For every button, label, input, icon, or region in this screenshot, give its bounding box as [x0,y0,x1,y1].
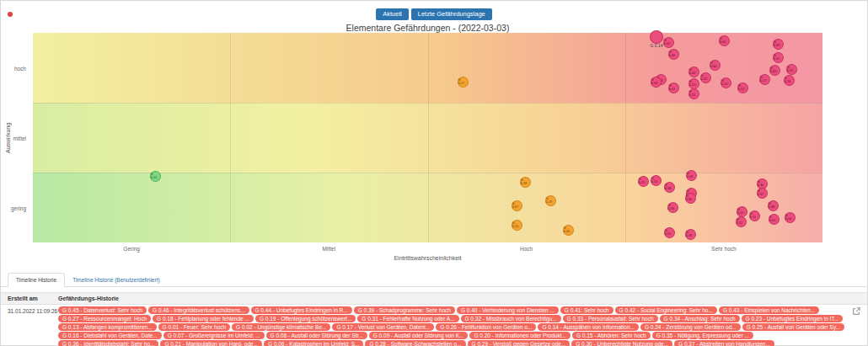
created-at-cell: 31.01.2022 11:09:26 [1,306,58,346]
hazard-badge: G 0.45 - Datenverlust: Sehr hoch [58,306,147,314]
app-window: Aktuell Letzte Gefährdungslage Elementar… [0,0,868,346]
hazard-badge: G 0.37 - Abstreiten von Handlungen... [674,340,774,346]
chart-point[interactable]: G 0.32 [700,72,711,83]
gridline-vertical [625,33,626,242]
chart-point[interactable]: G 0.16 [651,175,662,186]
hazard-badge: G 0.31 - Fehlerhafte Nutzung oder A... [357,315,458,322]
toolbar: Aktuell Letzte Gefährdungslage [1,8,867,20]
hazard-badge: G 0.26 - Fehlfunktion von Geräten o... [436,323,536,331]
hazard-badge: G 0.39 - Schadprogramme: Sehr hoch [354,306,455,314]
hazard-badge: G 0.14 - Ausspähen von Information... [538,323,638,331]
chart-point[interactable]: G 0.13 [721,77,731,88]
chart-point[interactable]: G 0.18 [520,177,531,188]
chart-point[interactable]: G 0.11 [749,210,760,221]
column-header-erstellt-am: Erstellt am [1,295,58,301]
y-tick-label: hoch [14,65,26,71]
chart-point[interactable]: G 0.43 [769,65,780,76]
chart-point[interactable]: G 0.38 [768,200,779,211]
hazard-badge: G 0.17 - Verlust von Geräten, Datent... [332,323,434,331]
hazard-badge: G 0.02 - Ungünstige klimatische Be... [232,323,330,331]
hazard-badge: G 0.33 - Personalausfall: Sehr hoch [563,315,658,322]
hazard-badge: G 0.42 - Social Engineering: Sehr ho... [615,306,717,314]
chart-point[interactable]: G 0.03 [769,214,780,225]
chart-point[interactable]: G 0.02 [737,83,748,93]
hazard-badge: G 0.40 - Verhinderung von Diensten ... [457,306,559,314]
hazard-badge: G 0.27 - Ressourcenmangel: Hoch [58,315,151,322]
hazard-badge: G 0.44 - Unbefugtes Eindringen in R... [251,306,352,314]
hazard-badge: G 0.30 - Unberechtigte Nutzung ode... [571,340,672,346]
gridline-vertical [428,33,429,242]
chart-point[interactable]: G 0.27 [458,77,469,88]
plot-area[interactable]: G 0.14G 0.45G 0.46G 0.44G 0.39G 0.40G 0.… [33,33,822,242]
chart-point[interactable]: G 0.34 [651,77,662,88]
chart-point[interactable]: G 0.01 [668,83,679,93]
chart-point[interactable]: G 0.36 [667,202,678,213]
chart-point[interactable]: G 0.17 [759,74,770,85]
hazard-badge: G 0.01 - Feuer: Sehr hoch [158,323,231,331]
hazard-badge: G 0.07 - Großereignisse im Umfeld: ... [163,332,265,339]
chart-point[interactable]: G 0.05 [150,171,161,182]
hazard-badge-list: G 0.45 - Datenverlust: Sehr hochG 0.46 -… [58,306,867,346]
chart-point[interactable]: G 0.23 [689,78,699,89]
chart-point[interactable]: G 0.08 [664,182,675,193]
chart-point[interactable]: G 0.45 [663,37,674,48]
chart-point[interactable]: G 0.40 [710,60,721,71]
hazard-badge: G 0.41: Sehr hoch [560,306,613,314]
chart-point[interactable]: G 0.22 [736,216,747,227]
x-tick-label: Hoch [520,246,533,252]
chart-point[interactable]: G 0.20 [512,220,522,231]
x-axis-title: Eintrittswahrscheinlichkeit [33,255,822,261]
hazard-badge: G 0.32 - Missbrauch von Berechtigu... [461,315,561,322]
hazard-badge: G 0.36 - Identitätsdiebstahl: Sehr ho... [58,340,158,346]
chart-point[interactable]: G 0.26 [784,75,795,86]
x-tick-label: Sehr hoch [711,246,737,252]
tab-timeline-historie[interactable]: Timeline Historie [8,273,65,287]
hazard-badge: G 0.18 - Fehlplanung oder fehlende ... [153,315,254,322]
hazard-badge: G 0.46 - Integritätsverlust schützens... [148,306,249,314]
chart-point[interactable]: G 0.10 [737,206,747,217]
chart-point[interactable]: G 0.39 [773,39,784,50]
history-panel: Timeline Historie Timeline Historie (Ben… [1,269,867,346]
chart-point[interactable]: G 0.04 [785,212,796,223]
chart-point[interactable]: G 0.06 [563,225,574,236]
chart-title: Elementare Gefährdungen - (2022-03-03) [33,23,822,33]
hazard-badge: G 0.34 - Anschlag: Sehr hoch [660,315,740,322]
hazard-badge: G 0.08 - Ausfall oder Störung der Str... [266,332,367,339]
hazard-badge: G 0.16 - Diebstahl von Geräten, Date... [58,332,162,339]
table-row: 31.01.2022 11:09:26 G 0.45 - Datenverlus… [1,305,867,346]
hazard-badge: G 0.19 - Offenlegung schützenswert... [255,315,356,322]
chart-point[interactable]: G 0.42 [689,67,699,77]
x-axis-ticks: GeringMittelHochSehr hoch [33,246,822,254]
hazard-badge: G 0.35 - Nötigung, Erpressung oder ... [652,332,753,339]
tab-bar: Timeline Historie Timeline Historie (Ben… [1,269,867,287]
hazard-badge: G 0.43 - Einspielen von Nachrichten... [719,306,819,314]
hazard-badge: G 0.20 - Informationen oder Produkt... [469,332,570,339]
chart-point[interactable]: G 0.25 [638,176,649,187]
tab-timeline-historie-benutzerdefiniert[interactable]: Timeline Historie (Benutzerdefiniert) [65,274,167,286]
chart-point[interactable]: G 0.46 [668,49,679,60]
y-axis-ticks: hochmittelgering [1,33,29,242]
chart-point[interactable]: G 0.44 [719,35,730,46]
aktuell-button[interactable]: Aktuell [376,8,409,20]
chart-point[interactable]: G 0.09 [686,170,697,181]
chart-point[interactable]: G 0.19 [545,195,556,206]
chart-point[interactable]: G 0.41 [773,52,784,63]
letzte-gefaehrdungslage-button[interactable]: Letzte Gefährdungslage [411,8,492,20]
chart-point[interactable]: G 0.28 [685,229,696,240]
x-tick-label: Gering [123,246,140,252]
chart-point[interactable]: G 0.21 [664,227,675,238]
chart-point[interactable]: G 0.14 [650,30,663,44]
table-header: Erstellt am Gefährdungs-Historie [1,292,867,305]
gridline-horizontal [33,103,822,104]
open-in-new-icon[interactable] [852,307,860,316]
hazard-badge: G 0.06 - Katastrophen im Umfeld: S... [264,340,363,346]
x-tick-label: Mittel [323,246,336,252]
hazard-badge: G 0.21 - Manipulation von Hard- ode... [160,340,262,346]
hazard-badge: G 0.29 - Verstoß gegen Gesetze ode... [468,340,571,346]
hazard-badge: G 0.28 - Software-Schwachstellen o... [365,340,465,346]
chart-point[interactable]: G 0.07 [512,200,522,211]
chart-point[interactable]: G 0.31 [786,64,797,75]
chart-point[interactable]: G 0.37 [757,188,768,199]
chart-point[interactable]: G 0.24 [689,88,699,99]
chart-point[interactable]: G 0.35 [685,193,696,204]
